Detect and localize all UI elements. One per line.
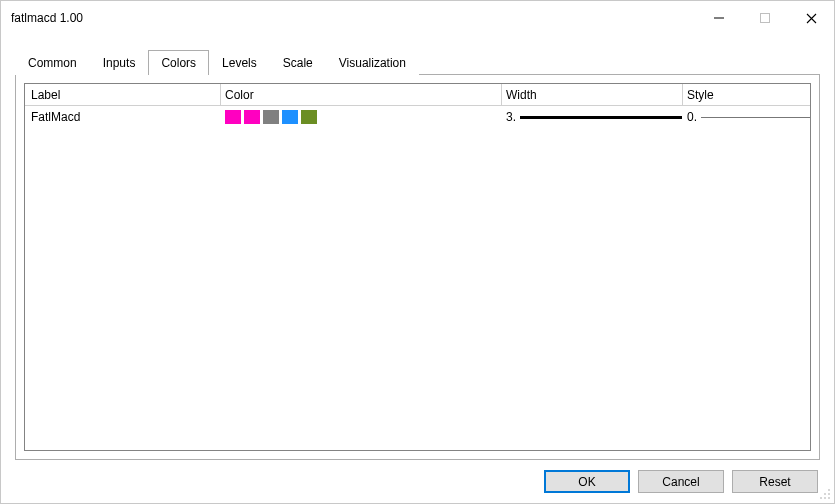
style-line-icon	[701, 117, 810, 118]
width-value: 3.	[506, 110, 516, 124]
row-width-cell[interactable]: 3.	[502, 110, 682, 124]
minimize-button[interactable]	[696, 1, 742, 35]
tab-colors[interactable]: Colors	[148, 50, 209, 75]
close-icon	[806, 13, 817, 24]
window-controls	[696, 1, 834, 35]
resize-grip[interactable]	[818, 487, 832, 501]
tab-visualization[interactable]: Visualization	[326, 50, 419, 75]
client-area: Common Inputs Colors Levels Scale Visual…	[1, 35, 834, 503]
close-button[interactable]	[788, 1, 834, 35]
svg-rect-3	[824, 493, 826, 495]
maximize-button	[742, 1, 788, 35]
dialog-window: fatlmacd 1.00 Common Inputs Colors Level…	[0, 0, 835, 504]
tab-common[interactable]: Common	[15, 50, 90, 75]
colors-grid: Label Color Width Style FatlMacd	[24, 83, 811, 451]
column-header-color[interactable]: Color	[221, 88, 501, 102]
color-swatch-3[interactable]	[263, 110, 279, 124]
tab-scale[interactable]: Scale	[270, 50, 326, 75]
color-swatch-1[interactable]	[225, 110, 241, 124]
tab-strip: Common Inputs Colors Levels Scale Visual…	[15, 49, 820, 74]
svg-rect-6	[824, 497, 826, 499]
style-value: 0.	[687, 110, 697, 124]
maximize-icon	[760, 13, 770, 23]
svg-rect-0	[714, 18, 724, 19]
titlebar: fatlmacd 1.00	[1, 1, 834, 35]
color-swatch-5[interactable]	[301, 110, 317, 124]
tab-levels[interactable]: Levels	[209, 50, 270, 75]
row-label: FatlMacd	[25, 110, 220, 124]
minimize-icon	[714, 13, 724, 23]
svg-rect-4	[828, 493, 830, 495]
row-style-cell[interactable]: 0.	[683, 110, 810, 124]
cancel-button[interactable]: Cancel	[638, 470, 724, 493]
dialog-buttons: OK Cancel Reset	[15, 460, 820, 493]
color-swatches	[225, 110, 317, 124]
reset-button[interactable]: Reset	[732, 470, 818, 493]
column-header-style[interactable]: Style	[683, 88, 810, 102]
svg-rect-1	[761, 14, 770, 23]
tab-body-colors: Label Color Width Style FatlMacd	[15, 74, 820, 460]
row-color-cell[interactable]	[221, 110, 501, 124]
column-header-label[interactable]: Label	[25, 88, 220, 102]
ok-button[interactable]: OK	[544, 470, 630, 493]
svg-rect-2	[828, 489, 830, 491]
svg-rect-5	[820, 497, 822, 499]
window-title: fatlmacd 1.00	[11, 11, 83, 25]
width-line-icon	[520, 116, 682, 119]
color-swatch-4[interactable]	[282, 110, 298, 124]
grid-header: Label Color Width Style	[25, 84, 810, 106]
color-swatch-2[interactable]	[244, 110, 260, 124]
grid-row[interactable]: FatlMacd 3.	[25, 106, 810, 128]
column-header-width[interactable]: Width	[502, 88, 682, 102]
tab-inputs[interactable]: Inputs	[90, 50, 149, 75]
svg-rect-7	[828, 497, 830, 499]
